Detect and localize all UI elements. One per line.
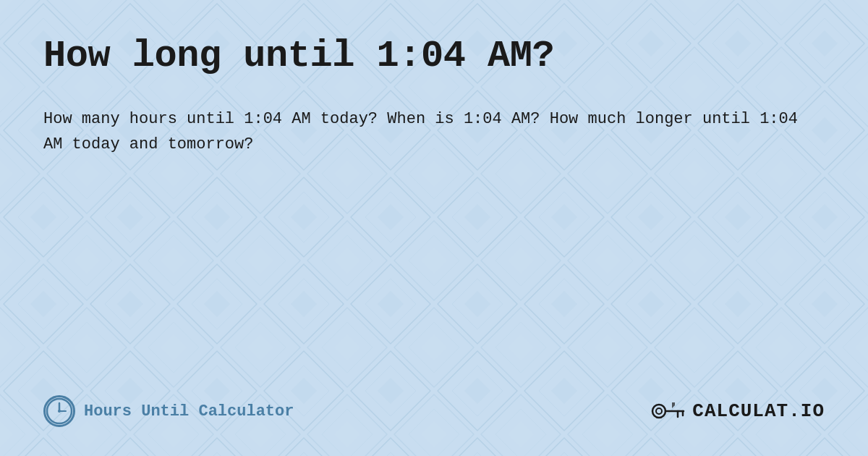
- logo-section: CALCULAT.IO: [650, 397, 825, 426]
- page-description: How many hours until 1:04 AM today? When…: [43, 106, 803, 157]
- logo-icon: [650, 397, 686, 426]
- page-title: How long until 1:04 AM?: [43, 35, 825, 77]
- svg-point-14: [656, 408, 662, 414]
- svg-point-12: [58, 410, 61, 413]
- logo-text: CALCULAT.IO: [692, 400, 825, 422]
- svg-point-9: [47, 399, 72, 423]
- svg-point-13: [652, 405, 665, 418]
- brand-section: Hours Until Calculator: [43, 395, 294, 427]
- clock-icon: [43, 395, 75, 427]
- brand-label: Hours Until Calculator: [84, 402, 294, 421]
- footer: Hours Until Calculator CALCULAT.IO: [43, 395, 825, 427]
